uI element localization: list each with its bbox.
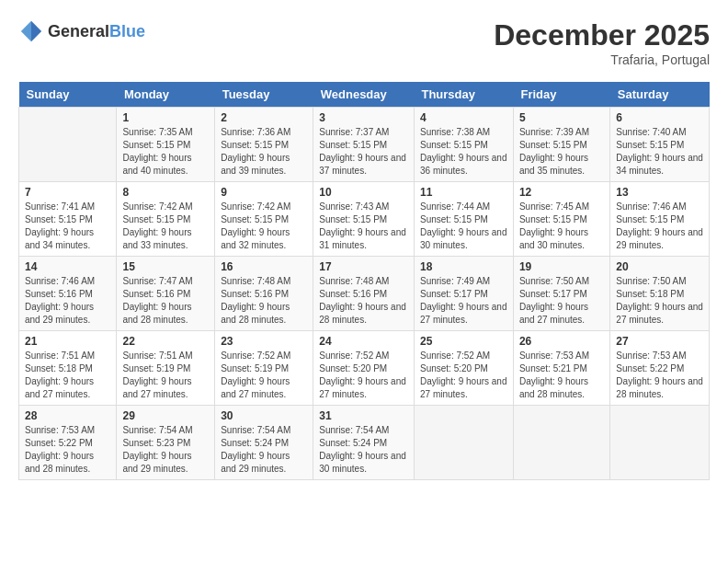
calendar-cell — [513, 406, 609, 480]
sunrise: Sunrise: 7:35 AM — [122, 127, 192, 137]
calendar-cell: 13 Sunrise: 7:46 AM Sunset: 5:15 PM Dayl… — [610, 182, 710, 257]
calendar-cell — [19, 108, 117, 182]
day-number: 4 — [420, 111, 507, 124]
day-number: 1 — [122, 111, 209, 124]
sunset: Sunset: 5:16 PM — [319, 289, 387, 299]
daylight: Daylight: 9 hours and 29 minutes. — [122, 451, 191, 474]
logo: GeneralBlue — [18, 18, 145, 44]
day-info: Sunrise: 7:54 AM Sunset: 5:23 PM Dayligh… — [122, 424, 209, 476]
daylight: Daylight: 9 hours and 29 minutes. — [25, 302, 94, 325]
day-info: Sunrise: 7:35 AM Sunset: 5:15 PM Dayligh… — [122, 126, 209, 178]
calendar-week: 28 Sunrise: 7:53 AM Sunset: 5:22 PM Dayl… — [19, 406, 710, 480]
month-title: December 2025 — [494, 18, 710, 52]
sunset: Sunset: 5:15 PM — [319, 140, 387, 150]
daylight: Daylight: 9 hours and 30 minutes. — [319, 451, 406, 474]
sunset: Sunset: 5:15 PM — [122, 140, 190, 150]
sunset: Sunset: 5:16 PM — [221, 289, 289, 299]
calendar-cell: 12 Sunrise: 7:45 AM Sunset: 5:15 PM Dayl… — [513, 182, 609, 257]
day-info: Sunrise: 7:39 AM Sunset: 5:15 PM Dayligh… — [519, 126, 604, 178]
sunrise: Sunrise: 7:52 AM — [221, 350, 290, 361]
day-number: 15 — [122, 260, 209, 273]
daylight: Daylight: 9 hours and 39 minutes. — [221, 153, 290, 176]
day-info: Sunrise: 7:52 AM Sunset: 5:20 PM Dayligh… — [319, 350, 408, 401]
sunrise: Sunrise: 7:40 AM — [616, 127, 686, 137]
day-number: 21 — [25, 335, 110, 348]
day-of-week-header: Monday — [117, 82, 215, 108]
day-number: 30 — [221, 409, 307, 422]
daylight: Daylight: 9 hours and 27 minutes. — [519, 302, 588, 325]
day-info: Sunrise: 7:43 AM Sunset: 5:15 PM Dayligh… — [319, 201, 408, 252]
calendar-cell: 10 Sunrise: 7:43 AM Sunset: 5:15 PM Dayl… — [313, 182, 415, 257]
day-info: Sunrise: 7:37 AM Sunset: 5:15 PM Dayligh… — [319, 126, 408, 178]
calendar-cell: 16 Sunrise: 7:48 AM Sunset: 5:16 PM Dayl… — [215, 257, 313, 331]
daylight: Daylight: 9 hours and 30 minutes. — [519, 227, 588, 250]
daylight: Daylight: 9 hours and 27 minutes. — [25, 376, 94, 399]
calendar-cell: 22 Sunrise: 7:51 AM Sunset: 5:19 PM Dayl… — [117, 331, 215, 406]
day-info: Sunrise: 7:38 AM Sunset: 5:15 PM Dayligh… — [420, 126, 507, 178]
sunrise: Sunrise: 7:43 AM — [319, 201, 389, 212]
sunrise: Sunrise: 7:53 AM — [519, 350, 589, 361]
day-of-week-header: Saturday — [610, 82, 710, 108]
daylight: Daylight: 9 hours and 32 minutes. — [221, 227, 290, 250]
sunset: Sunset: 5:15 PM — [519, 140, 587, 150]
sunset: Sunset: 5:18 PM — [25, 363, 93, 373]
calendar-cell: 6 Sunrise: 7:40 AM Sunset: 5:15 PM Dayli… — [610, 108, 710, 182]
calendar-header: SundayMondayTuesdayWednesdayThursdayFrid… — [19, 82, 710, 108]
day-info: Sunrise: 7:42 AM Sunset: 5:15 PM Dayligh… — [122, 201, 209, 252]
day-number: 20 — [616, 260, 703, 273]
logo-general: General — [48, 22, 109, 40]
day-number: 13 — [616, 186, 703, 199]
day-info: Sunrise: 7:46 AM Sunset: 5:15 PM Dayligh… — [616, 201, 703, 252]
sunset: Sunset: 5:24 PM — [221, 438, 289, 448]
day-info: Sunrise: 7:50 AM Sunset: 5:18 PM Dayligh… — [616, 275, 703, 327]
calendar-cell: 8 Sunrise: 7:42 AM Sunset: 5:15 PM Dayli… — [117, 182, 215, 257]
sunset: Sunset: 5:17 PM — [420, 289, 488, 299]
svg-marker-0 — [31, 21, 41, 41]
sunset: Sunset: 5:15 PM — [122, 214, 190, 224]
sunset: Sunset: 5:22 PM — [25, 438, 93, 448]
sunset: Sunset: 5:15 PM — [616, 214, 684, 224]
day-info: Sunrise: 7:53 AM Sunset: 5:21 PM Dayligh… — [519, 350, 604, 401]
calendar-cell: 2 Sunrise: 7:36 AM Sunset: 5:15 PM Dayli… — [215, 108, 313, 182]
sunrise: Sunrise: 7:48 AM — [221, 276, 290, 286]
sunrise: Sunrise: 7:36 AM — [221, 127, 290, 137]
day-number: 27 — [616, 335, 703, 348]
day-of-week-header: Wednesday — [313, 82, 415, 108]
calendar-cell: 29 Sunrise: 7:54 AM Sunset: 5:23 PM Dayl… — [117, 406, 215, 480]
sunrise: Sunrise: 7:49 AM — [420, 276, 490, 286]
day-info: Sunrise: 7:41 AM Sunset: 5:15 PM Dayligh… — [25, 201, 110, 252]
day-info: Sunrise: 7:49 AM Sunset: 5:17 PM Dayligh… — [420, 275, 507, 327]
day-number: 5 — [519, 111, 604, 124]
sunrise: Sunrise: 7:48 AM — [319, 276, 389, 286]
daylight: Daylight: 9 hours and 35 minutes. — [519, 153, 588, 176]
day-number: 11 — [420, 186, 507, 199]
daylight: Daylight: 9 hours and 27 minutes. — [616, 302, 703, 325]
calendar-cell: 18 Sunrise: 7:49 AM Sunset: 5:17 PM Dayl… — [414, 257, 513, 331]
logo-blue: Blue — [109, 22, 145, 40]
daylight: Daylight: 9 hours and 27 minutes. — [420, 302, 507, 325]
calendar-cell: 4 Sunrise: 7:38 AM Sunset: 5:15 PM Dayli… — [414, 108, 513, 182]
day-number: 12 — [519, 186, 604, 199]
day-info: Sunrise: 7:53 AM Sunset: 5:22 PM Dayligh… — [25, 424, 110, 476]
calendar-week: 21 Sunrise: 7:51 AM Sunset: 5:18 PM Dayl… — [19, 331, 710, 406]
page-header: GeneralBlue December 2025 Trafaria, Port… — [18, 18, 710, 67]
daylight: Daylight: 9 hours and 28 minutes. — [519, 376, 588, 399]
calendar-cell: 26 Sunrise: 7:53 AM Sunset: 5:21 PM Dayl… — [513, 331, 609, 406]
day-number: 31 — [319, 409, 408, 422]
day-of-week-header: Tuesday — [215, 82, 313, 108]
calendar-cell: 7 Sunrise: 7:41 AM Sunset: 5:15 PM Dayli… — [19, 182, 117, 257]
calendar: SundayMondayTuesdayWednesdayThursdayFrid… — [18, 82, 710, 480]
calendar-cell: 15 Sunrise: 7:47 AM Sunset: 5:16 PM Dayl… — [117, 257, 215, 331]
daylight: Daylight: 9 hours and 34 minutes. — [25, 227, 94, 250]
day-info: Sunrise: 7:45 AM Sunset: 5:15 PM Dayligh… — [519, 201, 604, 252]
calendar-cell: 5 Sunrise: 7:39 AM Sunset: 5:15 PM Dayli… — [513, 108, 609, 182]
daylight: Daylight: 9 hours and 31 minutes. — [319, 227, 406, 250]
daylight: Daylight: 9 hours and 28 minutes. — [319, 302, 406, 325]
day-info: Sunrise: 7:36 AM Sunset: 5:15 PM Dayligh… — [221, 126, 307, 178]
calendar-cell: 17 Sunrise: 7:48 AM Sunset: 5:16 PM Dayl… — [313, 257, 415, 331]
sunset: Sunset: 5:15 PM — [519, 214, 587, 224]
calendar-cell: 30 Sunrise: 7:54 AM Sunset: 5:24 PM Dayl… — [215, 406, 313, 480]
calendar-cell: 11 Sunrise: 7:44 AM Sunset: 5:15 PM Dayl… — [414, 182, 513, 257]
sunset: Sunset: 5:23 PM — [122, 438, 190, 448]
day-number: 14 — [25, 260, 110, 273]
